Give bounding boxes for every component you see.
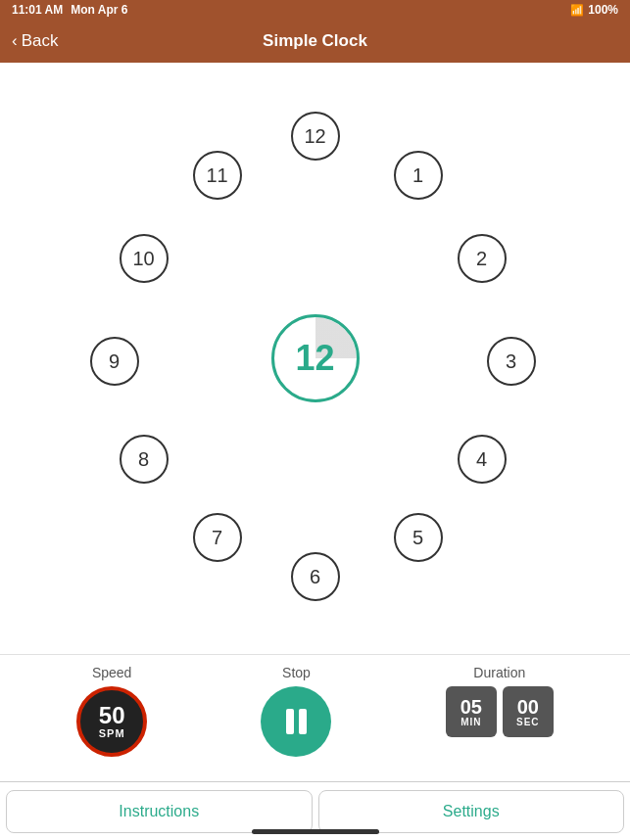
speed-unit: SPM — [99, 727, 125, 739]
duration-label: Duration — [473, 665, 525, 680]
clock-number-6[interactable]: 6 — [291, 552, 340, 601]
pause-bar-left — [286, 709, 294, 734]
duration-sec-box[interactable]: 00 SEC — [503, 686, 554, 737]
stop-section: Stop — [261, 665, 331, 757]
clock-area: 12 1 2 3 4 5 6 7 8 — [0, 63, 630, 654]
home-indicator — [252, 829, 379, 834]
clock-center-number: 12 — [295, 338, 334, 379]
pause-icon — [286, 709, 307, 734]
main-content: 12 1 2 3 4 5 6 7 8 — [0, 63, 630, 840]
status-date: Mon Apr 6 — [71, 3, 127, 17]
speed-section: Speed 50 SPM — [76, 665, 147, 757]
clock-number-11[interactable]: 11 — [193, 151, 242, 200]
pause-button[interactable] — [261, 686, 331, 757]
speed-label: Speed — [92, 665, 131, 680]
duration-min-unit: MIN — [460, 717, 481, 727]
settings-label: Settings — [443, 803, 500, 820]
instructions-button[interactable]: Instructions — [6, 790, 313, 833]
duration-display: 05 MIN 00 SEC — [446, 686, 554, 737]
wifi-icon: 📶 — [570, 4, 584, 17]
status-bar-right: 📶 100% — [570, 3, 618, 17]
back-button[interactable]: ‹ Back — [12, 31, 58, 51]
clock-number-4[interactable]: 4 — [458, 435, 507, 484]
status-bar-left: 11:01 AM Mon Apr 6 — [12, 3, 127, 17]
clock-number-1[interactable]: 1 — [394, 151, 443, 200]
clock-center-inner: 12 — [274, 317, 357, 399]
duration-section: Duration 05 MIN 00 SEC — [446, 665, 554, 737]
back-label: Back — [22, 31, 59, 51]
clock-number-3[interactable]: 3 — [487, 337, 536, 386]
duration-sec-unit: SEC — [516, 717, 540, 727]
clock-number-9[interactable]: 9 — [90, 337, 139, 386]
nav-bar: ‹ Back Simple Clock — [0, 20, 630, 63]
status-time: 11:01 AM — [12, 3, 63, 17]
clock-center-display[interactable]: 12 — [271, 314, 360, 402]
battery-label: 100% — [588, 3, 618, 17]
speed-dial[interactable]: 50 SPM — [76, 686, 147, 757]
duration-sec-value: 00 — [517, 697, 539, 717]
pause-bar-right — [299, 709, 307, 734]
clock-number-5[interactable]: 5 — [394, 513, 443, 562]
clock-number-10[interactable]: 10 — [120, 234, 169, 283]
clock-number-7[interactable]: 7 — [193, 513, 242, 562]
back-chevron-icon: ‹ — [12, 31, 18, 51]
settings-button[interactable]: Settings — [318, 790, 625, 833]
clock-number-12[interactable]: 12 — [291, 112, 340, 161]
duration-min-value: 05 — [460, 697, 482, 717]
duration-min-box[interactable]: 05 MIN — [446, 686, 497, 737]
controls-bar: Speed 50 SPM Stop Duration 05 MIN — [0, 654, 630, 781]
clock-number-2[interactable]: 2 — [458, 234, 507, 283]
page-title: Simple Clock — [263, 31, 367, 51]
status-bar: 11:01 AM Mon Apr 6 📶 100% — [0, 0, 630, 20]
speed-value: 50 — [99, 704, 125, 727]
stop-label: Stop — [282, 665, 311, 680]
clock-number-8[interactable]: 8 — [120, 435, 169, 484]
instructions-label: Instructions — [119, 803, 199, 820]
